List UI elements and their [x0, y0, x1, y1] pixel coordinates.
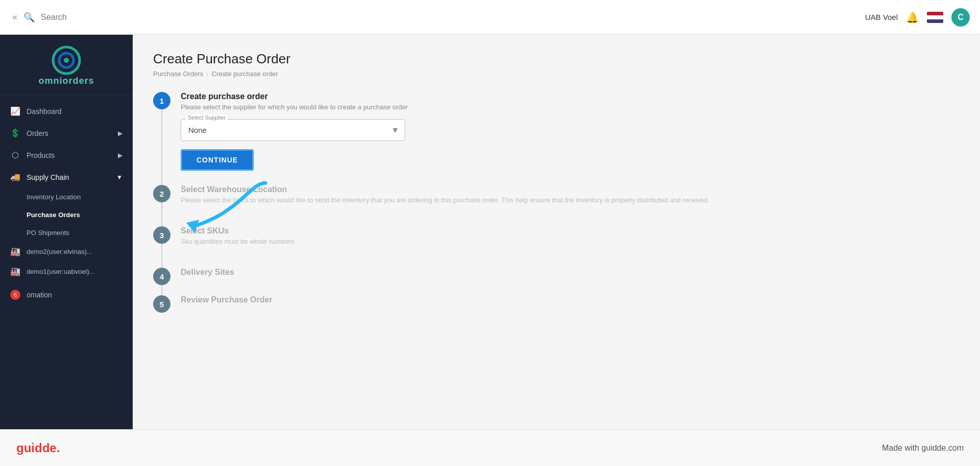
topbar: « 🔍 UAB Voel 🔔 C [0, 0, 980, 35]
continue-button[interactable]: CONTINUE [181, 149, 254, 171]
sidebar-warehouse-label-2: demo1(user:uabvoel)... [27, 268, 95, 275]
layout: omniorders 📈 Dashboard 💲 Orders ▶ ⬡ Prod… [0, 35, 980, 429]
step-4-line: 4 [153, 268, 170, 295]
orders-icon: 💲 [10, 128, 20, 138]
step-3-content: Select SKUs Sku quantities must be whole… [181, 226, 960, 268]
breadcrumb-create-purchase-order: Create purchase order [212, 70, 278, 78]
search-input[interactable] [41, 13, 194, 22]
sidebar-item-label: Orders [27, 129, 48, 137]
logo-text: omniorders [38, 76, 94, 86]
sidebar: omniorders 📈 Dashboard 💲 Orders ▶ ⬡ Prod… [0, 35, 133, 429]
step-2-desc: Please select the blocs to which would l… [181, 196, 960, 204]
sidebar-nav: 📈 Dashboard 💲 Orders ▶ ⬡ Products ▶ 🚚 Su… [0, 95, 133, 429]
notification-bell-icon[interactable]: 🔔 [906, 11, 919, 24]
footer-logo: guidde. [16, 441, 60, 455]
sidebar-item-orders[interactable]: 💲 Orders ▶ [0, 122, 133, 144]
step-1-title: Create purchase order [181, 92, 960, 101]
sidebar-item-label: Supply Chain [27, 173, 69, 181]
footer: guidde. Made with guidde.com [0, 429, 980, 466]
step-5-line: 5 [153, 295, 170, 321]
step-3-desc: Sku quantities must be whole numbers [181, 238, 960, 245]
sidebar-logo: omniorders [0, 35, 133, 95]
step-4-vline [161, 285, 162, 295]
step-5-circle: 5 [153, 295, 170, 313]
step-5-content: Review Purchase Order [181, 295, 960, 321]
sidebar-item-inventory-location[interactable]: Inventory Location [27, 188, 133, 206]
user-name: UAB Voel [865, 13, 898, 21]
breadcrumb-separator: › [206, 70, 208, 78]
sidebar-item-products[interactable]: ⬡ Products ▶ [0, 144, 133, 166]
step-2-content: Select Warehouse Location Please select … [181, 185, 960, 226]
avatar[interactable]: C [951, 8, 970, 27]
step-2: 2 Select Warehouse Location Please selec… [153, 185, 960, 226]
step-5: 5 Review Purchase Order [153, 295, 960, 321]
step-3-line: 3 [153, 226, 170, 268]
sidebar-item-demo1[interactable]: 🏭 demo1(user:uabvoel)... [0, 262, 133, 282]
language-flag[interactable] [927, 12, 943, 23]
dashboard-icon: 📈 [10, 106, 20, 116]
automation-badge: 6 [10, 290, 20, 300]
breadcrumb: Purchase Orders › Create purchase order [153, 70, 960, 78]
collapse-button[interactable]: « [12, 12, 17, 22]
sidebar-warehouse-label: demo2(user:elvinas)... [27, 248, 92, 255]
orders-arrow-icon: ▶ [118, 130, 122, 137]
breadcrumb-purchase-orders[interactable]: Purchase Orders [153, 70, 203, 78]
step-1-line: 1 [153, 92, 170, 185]
step-3-title: Select SKUs [181, 226, 960, 236]
main-content: Create Purchase Order Purchase Orders › … [133, 35, 980, 429]
sidebar-item-supply-chain[interactable]: 🚚 Supply Chain ▼ [0, 166, 133, 188]
step-1-desc: Please select the supplier for which you… [181, 103, 960, 111]
step-2-vline [161, 202, 162, 226]
sidebar-item-purchase-orders[interactable]: Purchase Orders [27, 206, 133, 224]
step-4-circle: 4 [153, 268, 170, 285]
page-title: Create Purchase Order [153, 51, 960, 67]
sidebar-item-dashboard[interactable]: 📈 Dashboard [0, 100, 133, 122]
footer-tagline: Made with guidde.com [882, 444, 964, 453]
supply-chain-arrow-icon: ▼ [116, 174, 122, 181]
step-1-circle: 1 [153, 92, 170, 109]
sidebar-item-po-shipments[interactable]: PO Shipments [27, 224, 133, 242]
select-supplier-label: Select Supplier [186, 114, 228, 121]
sidebar-sub-menu: Inventory Location Purchase Orders PO Sh… [0, 188, 133, 242]
select-supplier-dropdown[interactable]: None [181, 119, 405, 141]
sidebar-item-demo2[interactable]: 🏭 demo2(user:elvinas)... [0, 242, 133, 262]
select-supplier-wrapper: Select Supplier None ▼ [181, 119, 405, 141]
step-1: 1 Create purchase order Please select th… [153, 92, 960, 185]
step-3: 3 Select SKUs Sku quantities must be who… [153, 226, 960, 268]
warehouse-icon: 🏭 [10, 247, 20, 257]
products-arrow-icon: ▶ [118, 152, 122, 159]
step-3-vline [161, 244, 162, 268]
step-2-title: Select Warehouse Location [181, 185, 960, 194]
step-4-title: Delivery Sites [181, 268, 960, 277]
sidebar-item-label: Products [27, 151, 55, 159]
step-2-circle: 2 [153, 185, 170, 202]
step-1-vline [161, 109, 162, 185]
supply-chain-icon: 🚚 [10, 172, 20, 182]
sidebar-item-label: Dashboard [27, 107, 62, 115]
sidebar-item-label: omation [27, 291, 52, 299]
products-icon: ⬡ [10, 150, 20, 160]
svg-point-2 [64, 58, 69, 63]
search-icon: 🔍 [23, 12, 35, 23]
topbar-right: UAB Voel 🔔 C [865, 8, 970, 27]
step-3-circle: 3 [153, 226, 170, 244]
sidebar-item-automation[interactable]: 6 omation [0, 284, 133, 306]
steps-container: 1 Create purchase order Please select th… [153, 92, 960, 321]
logo-icon [51, 45, 82, 76]
step-5-title: Review Purchase Order [181, 295, 960, 305]
warehouse-icon-2: 🏭 [10, 267, 20, 276]
step-2-line: 2 [153, 185, 170, 226]
step-4-content: Delivery Sites [181, 268, 960, 295]
step-1-content: Create purchase order Please select the … [181, 92, 960, 185]
step-4: 4 Delivery Sites [153, 268, 960, 295]
